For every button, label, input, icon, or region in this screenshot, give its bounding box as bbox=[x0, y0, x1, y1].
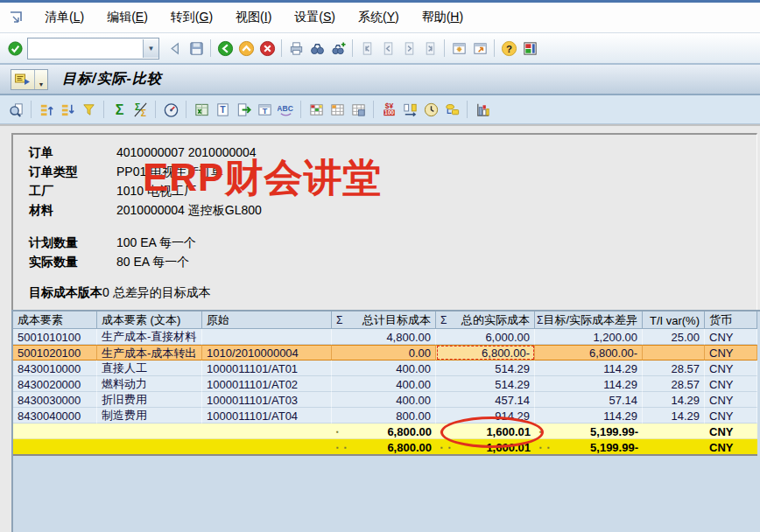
column-header[interactable]: 货币 bbox=[705, 312, 757, 329]
cells-icon[interactable] bbox=[441, 99, 462, 120]
table-cell[interactable]: 5001020100 bbox=[13, 345, 97, 360]
layout-icon[interactable] bbox=[306, 99, 327, 120]
cancel-icon[interactable] bbox=[257, 38, 278, 59]
word-export-icon[interactable]: T bbox=[212, 99, 233, 120]
table-cell[interactable]: ▪5,199.99- bbox=[535, 424, 643, 439]
table-cell[interactable]: 400.00 bbox=[332, 360, 436, 376]
table-cell[interactable]: 制造费用 bbox=[97, 408, 202, 424]
column-swap-icon[interactable] bbox=[399, 99, 420, 120]
new-session-icon[interactable] bbox=[448, 38, 469, 59]
save-icon[interactable] bbox=[186, 38, 207, 59]
table-cell[interactable]: 生产成本-直接材料 bbox=[97, 329, 202, 345]
table-row[interactable]: 5001010100生产成本-直接材料4,800.006,000.001,200… bbox=[13, 329, 757, 345]
table-cell[interactable]: 14.29 bbox=[643, 392, 705, 408]
menu-item-2[interactable]: 转到(G) bbox=[159, 6, 224, 29]
details-icon[interactable] bbox=[5, 99, 26, 120]
table-cell[interactable]: 1000011101/AT01 bbox=[202, 360, 332, 376]
grand-total-row[interactable]: ▪ ▪6,800.00▪ ▪1,600.01▪ ▪5,199.99-CNY bbox=[13, 439, 757, 456]
services-for-object-button[interactable]: ▼ bbox=[11, 69, 48, 90]
table-cell[interactable]: 0.00 bbox=[332, 345, 436, 360]
table-cell[interactable]: 5001010100 bbox=[13, 329, 97, 345]
system-menu-icon[interactable] bbox=[7, 9, 26, 26]
graphic-icon[interactable] bbox=[472, 99, 493, 120]
menu-item-1[interactable]: 编辑(E) bbox=[95, 6, 159, 29]
table-cell[interactable]: ▪ ▪6,800.00 bbox=[332, 439, 436, 456]
menu-item-0[interactable]: 清单(L) bbox=[33, 6, 95, 29]
services-dropdown-icon[interactable]: ▼ bbox=[34, 70, 47, 89]
change-layout-icon[interactable] bbox=[327, 99, 348, 120]
find-icon[interactable] bbox=[306, 38, 327, 59]
next-page-icon[interactable] bbox=[398, 38, 419, 59]
table-cell[interactable]: CNY bbox=[705, 424, 757, 439]
table-cell[interactable]: CNY bbox=[705, 439, 757, 456]
abc-analysis-icon[interactable]: ABC bbox=[275, 99, 296, 120]
table-cell[interactable] bbox=[643, 424, 705, 439]
last-page-icon[interactable] bbox=[419, 38, 440, 59]
customize-icon[interactable] bbox=[519, 38, 540, 59]
table-cell[interactable]: CNY bbox=[705, 329, 757, 345]
table-cell[interactable]: 生产成本-成本转出 bbox=[97, 345, 202, 360]
first-page-icon[interactable] bbox=[356, 38, 377, 59]
table-cell[interactable] bbox=[97, 439, 202, 456]
column-header[interactable]: Σ目标/实际成本差异 bbox=[535, 312, 643, 329]
table-cell[interactable]: 1000011101/AT02 bbox=[202, 376, 332, 392]
table-cell[interactable]: 28.57 bbox=[643, 360, 705, 376]
table-cell[interactable]: 4,800.00 bbox=[332, 329, 436, 345]
table-cell[interactable]: 直接人工 bbox=[97, 360, 202, 376]
table-cell[interactable] bbox=[643, 345, 705, 360]
column-header[interactable]: 成本要素 (文本) bbox=[97, 312, 202, 329]
excel-export-icon[interactable] bbox=[191, 99, 212, 120]
clock-icon[interactable] bbox=[420, 99, 441, 120]
table-cell[interactable]: CNY bbox=[705, 408, 757, 424]
table-cell[interactable]: 8430020000 bbox=[13, 376, 97, 392]
column-header[interactable]: Σ总的实际成本 bbox=[436, 312, 535, 329]
table-cell[interactable]: 57.14 bbox=[535, 392, 643, 408]
subtotal-icon[interactable]: ΣΣ bbox=[130, 99, 151, 120]
table-cell[interactable]: 400.00 bbox=[332, 376, 436, 392]
table-cell[interactable]: 6,800.00- bbox=[535, 345, 643, 360]
table-cell[interactable]: 400.00 bbox=[332, 392, 436, 408]
command-input[interactable] bbox=[28, 40, 143, 57]
table-row[interactable]: 8430040000制造费用1000011101/AT04800.00914.2… bbox=[13, 408, 757, 424]
table-cell[interactable]: ▪ ▪5,199.99- bbox=[535, 439, 643, 456]
services-icon[interactable] bbox=[11, 71, 34, 88]
column-header[interactable]: Σ总计目标成本 bbox=[332, 312, 436, 329]
table-cell[interactable]: 6,000.00 bbox=[436, 329, 535, 345]
table-cell[interactable] bbox=[202, 329, 332, 345]
column-header[interactable]: 原始 bbox=[202, 312, 332, 329]
table-row[interactable]: 8430020000燃料动力1000011101/AT02400.00514.2… bbox=[13, 376, 757, 392]
table-cell[interactable]: 114.29 bbox=[535, 360, 643, 376]
table-cell[interactable]: 25.00 bbox=[643, 329, 705, 345]
table-cell[interactable]: 8430010000 bbox=[13, 360, 97, 376]
table-cell[interactable]: CNY bbox=[705, 345, 757, 360]
table-cell[interactable]: 457.14 bbox=[436, 392, 535, 408]
table-cell[interactable]: 折旧费用 bbox=[97, 392, 202, 408]
table-cell[interactable] bbox=[643, 439, 705, 456]
subtotal-row[interactable]: ▪6,800.00▪1,600.01▪5,199.99-CNY bbox=[13, 424, 757, 439]
create-shortcut-icon[interactable] bbox=[469, 38, 490, 59]
table-cell[interactable]: 1,200.00 bbox=[535, 329, 643, 345]
back-triangle-icon[interactable] bbox=[165, 38, 186, 59]
table-cell[interactable]: CNY bbox=[705, 376, 757, 392]
table-cell[interactable]: ▪6,800.00 bbox=[332, 424, 436, 439]
find-next-icon[interactable] bbox=[327, 38, 348, 59]
table-cell[interactable]: 514.29 bbox=[436, 360, 535, 376]
table-cell[interactable]: 14.29 bbox=[643, 408, 705, 424]
table-cell[interactable]: CNY bbox=[705, 360, 757, 376]
table-cell[interactable]: CNY bbox=[705, 392, 757, 408]
menu-item-3[interactable]: 视图(I) bbox=[224, 6, 283, 29]
sort-asc-icon[interactable] bbox=[36, 99, 57, 120]
filter-icon[interactable] bbox=[78, 99, 99, 120]
table-header-row[interactable]: 成本要素成本要素 (文本)原始Σ总计目标成本Σ总的实际成本Σ目标/实际成本差异T… bbox=[13, 312, 757, 329]
print-icon[interactable] bbox=[285, 38, 306, 59]
table-cell[interactable] bbox=[97, 424, 202, 439]
performance-icon[interactable] bbox=[160, 99, 181, 120]
table-cell[interactable]: 1000011101/AT04 bbox=[202, 408, 332, 424]
table-cell[interactable] bbox=[13, 424, 97, 439]
currency-icon[interactable]: $¥100 bbox=[378, 99, 399, 120]
menu-item-4[interactable]: 设置(S) bbox=[283, 6, 347, 29]
help-icon[interactable]: ? bbox=[498, 38, 519, 59]
table-cell[interactable] bbox=[202, 439, 332, 456]
table-cell[interactable]: 1010/2010000004 bbox=[202, 345, 332, 360]
table-cell[interactable]: 28.57 bbox=[643, 376, 705, 392]
